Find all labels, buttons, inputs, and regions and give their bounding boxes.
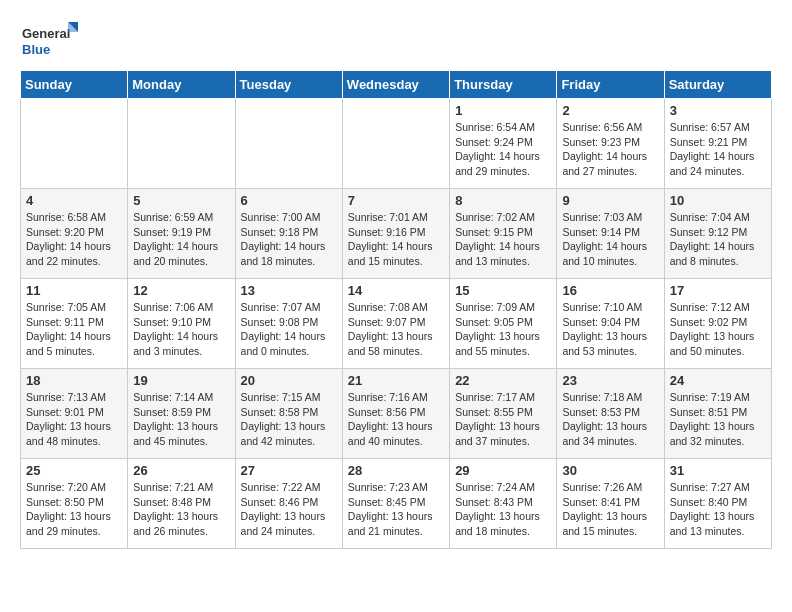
day-info: Sunrise: 7:05 AM Sunset: 9:11 PM Dayligh… (26, 300, 122, 359)
calendar-cell: 25Sunrise: 7:20 AM Sunset: 8:50 PM Dayli… (21, 459, 128, 549)
calendar-cell: 26Sunrise: 7:21 AM Sunset: 8:48 PM Dayli… (128, 459, 235, 549)
day-number: 20 (241, 373, 337, 388)
day-number: 12 (133, 283, 229, 298)
day-number: 26 (133, 463, 229, 478)
calendar-row: 25Sunrise: 7:20 AM Sunset: 8:50 PM Dayli… (21, 459, 772, 549)
header-cell-saturday: Saturday (664, 71, 771, 99)
calendar-cell: 20Sunrise: 7:15 AM Sunset: 8:58 PM Dayli… (235, 369, 342, 459)
day-info: Sunrise: 6:58 AM Sunset: 9:20 PM Dayligh… (26, 210, 122, 269)
calendar-cell: 13Sunrise: 7:07 AM Sunset: 9:08 PM Dayli… (235, 279, 342, 369)
calendar-cell: 4Sunrise: 6:58 AM Sunset: 9:20 PM Daylig… (21, 189, 128, 279)
calendar-cell: 22Sunrise: 7:17 AM Sunset: 8:55 PM Dayli… (450, 369, 557, 459)
calendar-cell: 21Sunrise: 7:16 AM Sunset: 8:56 PM Dayli… (342, 369, 449, 459)
calendar-cell: 6Sunrise: 7:00 AM Sunset: 9:18 PM Daylig… (235, 189, 342, 279)
calendar-cell: 9Sunrise: 7:03 AM Sunset: 9:14 PM Daylig… (557, 189, 664, 279)
svg-text:General: General (22, 26, 70, 41)
calendar-cell (235, 99, 342, 189)
day-info: Sunrise: 7:00 AM Sunset: 9:18 PM Dayligh… (241, 210, 337, 269)
calendar-cell: 28Sunrise: 7:23 AM Sunset: 8:45 PM Dayli… (342, 459, 449, 549)
day-number: 10 (670, 193, 766, 208)
day-number: 27 (241, 463, 337, 478)
calendar-cell: 5Sunrise: 6:59 AM Sunset: 9:19 PM Daylig… (128, 189, 235, 279)
day-number: 29 (455, 463, 551, 478)
calendar-row: 18Sunrise: 7:13 AM Sunset: 9:01 PM Dayli… (21, 369, 772, 459)
calendar-cell: 16Sunrise: 7:10 AM Sunset: 9:04 PM Dayli… (557, 279, 664, 369)
day-info: Sunrise: 7:16 AM Sunset: 8:56 PM Dayligh… (348, 390, 444, 449)
day-info: Sunrise: 7:20 AM Sunset: 8:50 PM Dayligh… (26, 480, 122, 539)
day-number: 16 (562, 283, 658, 298)
calendar-cell: 8Sunrise: 7:02 AM Sunset: 9:15 PM Daylig… (450, 189, 557, 279)
calendar-cell: 30Sunrise: 7:26 AM Sunset: 8:41 PM Dayli… (557, 459, 664, 549)
calendar-cell: 14Sunrise: 7:08 AM Sunset: 9:07 PM Dayli… (342, 279, 449, 369)
day-info: Sunrise: 6:54 AM Sunset: 9:24 PM Dayligh… (455, 120, 551, 179)
calendar-cell: 11Sunrise: 7:05 AM Sunset: 9:11 PM Dayli… (21, 279, 128, 369)
day-info: Sunrise: 7:02 AM Sunset: 9:15 PM Dayligh… (455, 210, 551, 269)
calendar-row: 11Sunrise: 7:05 AM Sunset: 9:11 PM Dayli… (21, 279, 772, 369)
header-cell-sunday: Sunday (21, 71, 128, 99)
day-info: Sunrise: 7:13 AM Sunset: 9:01 PM Dayligh… (26, 390, 122, 449)
day-number: 8 (455, 193, 551, 208)
day-number: 17 (670, 283, 766, 298)
day-info: Sunrise: 6:56 AM Sunset: 9:23 PM Dayligh… (562, 120, 658, 179)
day-number: 28 (348, 463, 444, 478)
day-info: Sunrise: 7:19 AM Sunset: 8:51 PM Dayligh… (670, 390, 766, 449)
day-number: 24 (670, 373, 766, 388)
day-info: Sunrise: 7:08 AM Sunset: 9:07 PM Dayligh… (348, 300, 444, 359)
day-info: Sunrise: 7:07 AM Sunset: 9:08 PM Dayligh… (241, 300, 337, 359)
calendar-cell: 12Sunrise: 7:06 AM Sunset: 9:10 PM Dayli… (128, 279, 235, 369)
calendar-cell: 3Sunrise: 6:57 AM Sunset: 9:21 PM Daylig… (664, 99, 771, 189)
calendar-cell: 29Sunrise: 7:24 AM Sunset: 8:43 PM Dayli… (450, 459, 557, 549)
day-number: 25 (26, 463, 122, 478)
day-info: Sunrise: 6:57 AM Sunset: 9:21 PM Dayligh… (670, 120, 766, 179)
day-number: 11 (26, 283, 122, 298)
day-number: 18 (26, 373, 122, 388)
day-info: Sunrise: 7:21 AM Sunset: 8:48 PM Dayligh… (133, 480, 229, 539)
header-cell-tuesday: Tuesday (235, 71, 342, 99)
calendar-cell: 24Sunrise: 7:19 AM Sunset: 8:51 PM Dayli… (664, 369, 771, 459)
day-number: 13 (241, 283, 337, 298)
calendar-cell: 10Sunrise: 7:04 AM Sunset: 9:12 PM Dayli… (664, 189, 771, 279)
day-number: 5 (133, 193, 229, 208)
header-cell-monday: Monday (128, 71, 235, 99)
day-info: Sunrise: 7:18 AM Sunset: 8:53 PM Dayligh… (562, 390, 658, 449)
day-info: Sunrise: 7:22 AM Sunset: 8:46 PM Dayligh… (241, 480, 337, 539)
day-info: Sunrise: 7:15 AM Sunset: 8:58 PM Dayligh… (241, 390, 337, 449)
calendar-cell: 2Sunrise: 6:56 AM Sunset: 9:23 PM Daylig… (557, 99, 664, 189)
day-info: Sunrise: 7:03 AM Sunset: 9:14 PM Dayligh… (562, 210, 658, 269)
calendar-table: SundayMondayTuesdayWednesdayThursdayFrid… (20, 70, 772, 549)
calendar-cell: 7Sunrise: 7:01 AM Sunset: 9:16 PM Daylig… (342, 189, 449, 279)
day-info: Sunrise: 7:14 AM Sunset: 8:59 PM Dayligh… (133, 390, 229, 449)
day-info: Sunrise: 7:10 AM Sunset: 9:04 PM Dayligh… (562, 300, 658, 359)
day-number: 7 (348, 193, 444, 208)
header-cell-friday: Friday (557, 71, 664, 99)
logo: General Blue (20, 20, 80, 60)
calendar-cell: 15Sunrise: 7:09 AM Sunset: 9:05 PM Dayli… (450, 279, 557, 369)
day-info: Sunrise: 6:59 AM Sunset: 9:19 PM Dayligh… (133, 210, 229, 269)
calendar-cell: 27Sunrise: 7:22 AM Sunset: 8:46 PM Dayli… (235, 459, 342, 549)
calendar-cell (128, 99, 235, 189)
day-number: 31 (670, 463, 766, 478)
day-number: 14 (348, 283, 444, 298)
day-info: Sunrise: 7:06 AM Sunset: 9:10 PM Dayligh… (133, 300, 229, 359)
day-number: 30 (562, 463, 658, 478)
day-info: Sunrise: 7:23 AM Sunset: 8:45 PM Dayligh… (348, 480, 444, 539)
header-row: SundayMondayTuesdayWednesdayThursdayFrid… (21, 71, 772, 99)
day-number: 22 (455, 373, 551, 388)
header-cell-thursday: Thursday (450, 71, 557, 99)
calendar-cell: 17Sunrise: 7:12 AM Sunset: 9:02 PM Dayli… (664, 279, 771, 369)
day-number: 15 (455, 283, 551, 298)
svg-text:Blue: Blue (22, 42, 50, 57)
day-number: 3 (670, 103, 766, 118)
day-number: 6 (241, 193, 337, 208)
day-number: 9 (562, 193, 658, 208)
calendar-cell: 1Sunrise: 6:54 AM Sunset: 9:24 PM Daylig… (450, 99, 557, 189)
calendar-cell: 18Sunrise: 7:13 AM Sunset: 9:01 PM Dayli… (21, 369, 128, 459)
day-number: 21 (348, 373, 444, 388)
day-number: 4 (26, 193, 122, 208)
logo-svg: General Blue (20, 20, 80, 60)
day-info: Sunrise: 7:12 AM Sunset: 9:02 PM Dayligh… (670, 300, 766, 359)
day-number: 2 (562, 103, 658, 118)
day-info: Sunrise: 7:26 AM Sunset: 8:41 PM Dayligh… (562, 480, 658, 539)
day-info: Sunrise: 7:17 AM Sunset: 8:55 PM Dayligh… (455, 390, 551, 449)
header: General Blue (20, 20, 772, 60)
